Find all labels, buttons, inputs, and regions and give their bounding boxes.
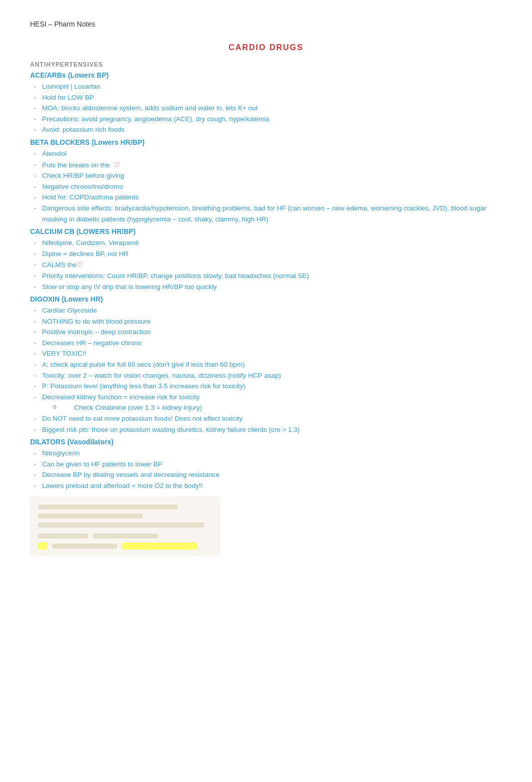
digoxin-section: DIGOXIN (Lowers HR) Cardiac Glycoside NO…: [30, 295, 502, 435]
list-item: NOTHING to do with blood pressure: [30, 316, 502, 327]
blurred-inline-3: [52, 544, 117, 549]
main-title: CARDIO DRUGS: [30, 43, 502, 52]
list-item: Dipine = declines BP, not HR: [30, 248, 502, 259]
heart-icon: ♡: [114, 161, 120, 169]
list-item: Priority interventions: Count HR/BP, cha…: [30, 271, 502, 282]
yellow-highlight-2: [122, 543, 197, 550]
blurred-bar-2: [38, 513, 143, 518]
heart-icon: ♡: [77, 260, 83, 269]
calcium-cb-list: Nifedipine, Cardizem, Verapamil Dipine =…: [30, 237, 502, 292]
list-item: Slow or stop any IV drip that is lowerin…: [30, 282, 502, 293]
beta-blockers-header: BETA BLOCKERS (Lowers HR/BP): [30, 138, 502, 146]
list-item: Biggest risk pts: those on potassium was…: [30, 424, 502, 435]
list-item: Atenolol: [30, 148, 502, 159]
list-item: Avoid: potassium rich foods: [30, 124, 502, 135]
ace-arbs-header: ACE/ARBs (Lowers BP): [30, 71, 502, 79]
list-item: Check HR/BP before giving: [30, 170, 502, 181]
list-item: Nitroglycerin: [30, 448, 502, 459]
list-item: A: check apical pulse for full 60 secs (…: [30, 359, 502, 370]
list-item: Decreases HR – negative chrono: [30, 338, 502, 349]
digoxin-sub-list: Check Creatinine (over 1.3 = kidney inju…: [42, 402, 502, 413]
blurred-highlight-row: [38, 543, 212, 550]
calcium-cb-header: CALCIUM CB (LOWERS HR/BP): [30, 227, 502, 235]
blurred-bar-1: [38, 504, 177, 509]
list-item: Decrease BP by dilating vessels and decr…: [30, 469, 502, 480]
blurred-inline-2: [93, 534, 158, 539]
digoxin-header: DIGOXIN (Lowers HR): [30, 295, 502, 303]
calcium-cb-section: CALCIUM CB (LOWERS HR/BP) Nifedipine, Ca…: [30, 227, 502, 292]
list-item: Dangerous side effects: bradycardia/hypo…: [30, 203, 502, 224]
list-item: Toxicity: over 2 – watch for vision chan…: [30, 370, 502, 381]
list-item: VERY TOXIC!!: [30, 348, 502, 359]
ace-arbs-section: ACE/ARBs (Lowers BP) Lisinopril | Losart…: [30, 71, 502, 135]
ace-arbs-list: Lisinopril | Losartan Hold for LOW BP MO…: [30, 81, 502, 135]
header-title: HESI – Pharm Notes: [30, 20, 95, 28]
beta-blockers-section: BETA BLOCKERS (Lowers HR/BP) Atenolol Pu…: [30, 138, 502, 224]
list-item: CALMS the♡: [30, 259, 502, 271]
list-item: Nifedipine, Cardizem, Verapamil: [30, 237, 502, 248]
list-item: Check Creatinine (over 1.3 = kidney inju…: [62, 402, 502, 413]
list-item: Hold for: COPD/asthma patients: [30, 192, 502, 203]
list-item: Negative chrono/ino/dromo: [30, 181, 502, 192]
dilators-header: DILATORS (Vasodilators): [30, 438, 502, 446]
yellow-highlight-1: [38, 543, 47, 550]
list-item: Hold for LOW BP: [30, 92, 502, 103]
digoxin-list: Cardiac Glycoside NOTHING to do with blo…: [30, 305, 502, 435]
blurred-bar-3: [38, 523, 204, 528]
beta-blockers-list: Atenolol Puts the breaks on the ♡ Check …: [30, 148, 502, 224]
blurred-content-section: [30, 496, 220, 557]
antihypertensives-label: ANTIHYPERTENSIVES: [30, 61, 502, 68]
list-item: Decreased kidney function = increase ris…: [30, 392, 502, 413]
blurred-inline-1: [38, 534, 88, 539]
antihypertensives-section: ANTIHYPERTENSIVES ACE/ARBs (Lowers BP) L…: [30, 61, 502, 557]
blurred-row-1: [38, 534, 212, 539]
list-item: Precautions: avoid pregnancy, angioedema…: [30, 114, 502, 125]
list-item: Can be given to HF patients to lower BP: [30, 459, 502, 470]
list-item: Puts the breaks on the ♡: [30, 159, 502, 171]
list-item: Lisinopril | Losartan: [30, 81, 502, 92]
list-item: P: Potassium level (anything less than 3…: [30, 381, 502, 392]
list-item: Cardiac Glycoside: [30, 305, 502, 316]
list-item: Do NOT need to eat more potassium foods!…: [30, 413, 502, 424]
list-item: Lowers preload and afterload = more O2 t…: [30, 480, 502, 491]
dilators-list: Nitroglycerin Can be given to HF patient…: [30, 448, 502, 491]
page-header: HESI – Pharm Notes: [30, 20, 502, 28]
list-item: Positive inotropic – deep contraction: [30, 327, 502, 338]
dilators-section: DILATORS (Vasodilators) Nitroglycerin Ca…: [30, 438, 502, 491]
list-item: MOA: blocks aldosterone system, adds sod…: [30, 103, 502, 114]
